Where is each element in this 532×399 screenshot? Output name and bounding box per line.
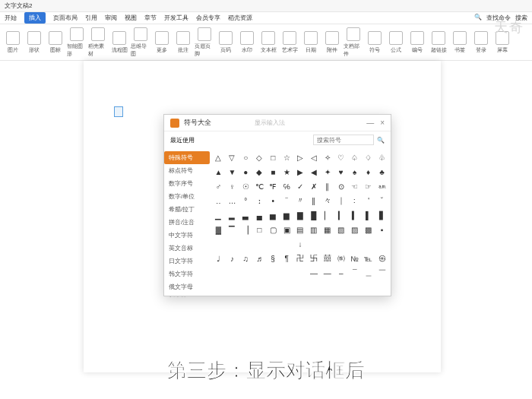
- symbol-cell[interactable]: [226, 267, 238, 279]
- symbol-cell[interactable]: △: [213, 151, 224, 163]
- symbol-cell[interactable]: ●: [240, 166, 252, 178]
- symbol-cell[interactable]: ♣: [376, 166, 388, 178]
- symbol-cell[interactable]: ✓: [295, 180, 306, 192]
- symbol-cell[interactable]: ♪: [226, 252, 238, 264]
- minimize-icon[interactable]: —: [366, 119, 374, 127]
- symbol-cell[interactable]: ▄: [254, 209, 265, 221]
- ribbon-编号[interactable]: 编号: [407, 31, 427, 54]
- symbol-cell[interactable]: ＇: [363, 195, 374, 207]
- symbol-cell[interactable]: ■: [268, 166, 279, 178]
- symbol-cell[interactable]: ☜: [349, 180, 360, 192]
- symbol-cell[interactable]: ✦: [321, 166, 333, 178]
- ribbon-符号[interactable]: 符号: [365, 31, 385, 54]
- symbol-cell[interactable]: ▽: [226, 151, 238, 163]
- symbol-cell[interactable]: [240, 238, 252, 250]
- cat-7[interactable]: 英文音标: [164, 242, 210, 255]
- symbol-cell[interactable]: [213, 267, 224, 279]
- symbol-cell[interactable]: ◆: [254, 166, 265, 178]
- symbol-cell[interactable]: …: [226, 195, 238, 207]
- cat-11[interactable]: 制表符: [164, 293, 210, 297]
- symbol-cell[interactable]: ℅: [281, 180, 293, 192]
- symbol-cell[interactable]: ▣: [281, 223, 293, 236]
- symbol-cell[interactable]: [226, 238, 238, 250]
- menu-insert[interactable]: 插入: [24, 12, 46, 24]
- symbol-cell[interactable]: ◇: [254, 151, 265, 163]
- symbol-cell[interactable]: [254, 238, 265, 250]
- menu-review[interactable]: 审阅: [105, 14, 117, 22]
- ribbon-图片[interactable]: 图片: [3, 31, 23, 54]
- cat-6[interactable]: 中文字符: [164, 229, 210, 242]
- ribbon-流程图[interactable]: 流程图: [109, 31, 129, 54]
- symbol-cell[interactable]: 卍: [295, 252, 306, 264]
- symbol-cell[interactable]: ♂: [213, 180, 224, 192]
- ribbon-超链接[interactable]: 超链接: [429, 31, 448, 54]
- ribbon-公式[interactable]: 公式: [386, 31, 406, 54]
- symbol-cell[interactable]: [254, 267, 265, 279]
- symbol-cell[interactable]: ☆: [281, 151, 293, 163]
- ribbon-附件[interactable]: 附件: [322, 31, 342, 54]
- symbol-cell[interactable]: ☞: [363, 180, 374, 192]
- symbol-cell[interactable]: ◀: [308, 166, 319, 178]
- symbol-cell[interactable]: —: [308, 267, 319, 279]
- ribbon-图标[interactable]: 图标: [46, 31, 65, 54]
- menu-start[interactable]: 开始: [5, 14, 17, 22]
- ribbon-页码[interactable]: 页码: [216, 31, 236, 54]
- menu-section[interactable]: 章节: [144, 14, 157, 22]
- symbol-cell[interactable]: □: [268, 151, 279, 163]
- symbol-cell[interactable]: ▓: [213, 223, 224, 236]
- cat-10[interactable]: 俄文字母: [164, 280, 210, 293]
- symbol-cell[interactable]: [268, 238, 279, 250]
- symbol-cell[interactable]: ℉: [268, 180, 279, 192]
- menu-devtools[interactable]: 开发工具: [164, 14, 188, 22]
- symbol-cell[interactable]: ♡: [335, 151, 347, 163]
- symbol-cell[interactable]: [213, 238, 224, 250]
- symbol-cell[interactable]: ‖: [308, 195, 319, 207]
- cat-3[interactable]: 数字/单位: [164, 190, 210, 203]
- symbol-cell[interactable]: ▏: [321, 209, 333, 221]
- symbol-cell[interactable]: █: [308, 209, 319, 221]
- symbol-cell[interactable]: ▩: [363, 223, 374, 236]
- symbol-cell[interactable]: [349, 238, 360, 250]
- search-icon[interactable]: 🔍: [474, 14, 482, 22]
- symbol-cell[interactable]: ▦: [321, 223, 333, 236]
- symbol-cell[interactable]: ↓: [295, 238, 306, 250]
- ribbon-日期[interactable]: 日期: [301, 31, 321, 54]
- cat-1[interactable]: 标点符号: [164, 164, 210, 177]
- symbol-cell[interactable]: ▨: [349, 223, 360, 236]
- symbol-cell[interactable]: ￣: [376, 267, 388, 279]
- symbol-cell[interactable]: 卐: [308, 252, 319, 264]
- symbol-cell[interactable]: ♬: [254, 252, 265, 264]
- symbol-cell[interactable]: ―: [321, 267, 333, 279]
- symbol-cell[interactable]: ♢: [363, 151, 374, 163]
- symbol-cell[interactable]: ✧: [321, 151, 333, 163]
- symbol-cell[interactable]: ▌: [363, 209, 374, 221]
- menu-reference[interactable]: 引用: [85, 14, 97, 22]
- ribbon-思维导图[interactable]: 思维导图: [131, 27, 150, 58]
- symbol-cell[interactable]: □: [254, 223, 265, 236]
- symbol-cell[interactable]: ▧: [335, 223, 347, 236]
- symbol-cell[interactable]: [308, 238, 319, 250]
- symbol-cell[interactable]: [240, 267, 252, 279]
- symbol-cell[interactable]: [281, 238, 293, 250]
- symbol-cell[interactable]: ☉: [240, 180, 252, 192]
- ribbon-文本框[interactable]: 文本框: [258, 31, 278, 54]
- symbol-cell[interactable]: ▶: [295, 166, 306, 178]
- symbol-cell[interactable]: ✗: [308, 180, 319, 192]
- symbol-cell[interactable]: ¶: [281, 252, 293, 264]
- symbol-cell[interactable]: ▤: [295, 223, 306, 236]
- ribbon-书签[interactable]: 书签: [450, 31, 470, 54]
- symbol-cell[interactable]: №: [349, 252, 360, 264]
- symbol-cell[interactable]: ▥: [308, 223, 319, 236]
- ribbon-文档部件[interactable]: 文档部件: [344, 27, 363, 58]
- cat-9[interactable]: 韩文字符: [164, 268, 210, 280]
- ribbon-形状[interactable]: 形状: [24, 31, 44, 54]
- symbol-cell[interactable]: ♤: [349, 151, 360, 163]
- cat-2[interactable]: 数字序号: [164, 177, 210, 190]
- symbol-cell[interactable]: ▇: [295, 209, 306, 221]
- menu-layout[interactable]: 页面布局: [53, 14, 78, 22]
- symbol-cell[interactable]: 々: [321, 195, 333, 207]
- symbol-cell[interactable]: ▲: [213, 166, 224, 178]
- symbol-cell[interactable]: [295, 267, 306, 279]
- symbol-cell[interactable]: ▼: [226, 166, 238, 178]
- symbol-cell[interactable]: ∥: [321, 180, 333, 192]
